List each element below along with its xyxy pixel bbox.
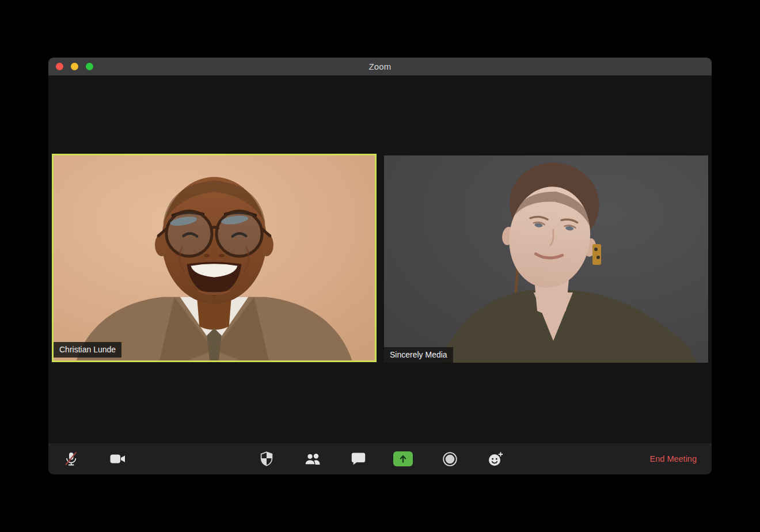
- desktop-background: Zoom: [0, 0, 760, 532]
- participant-name-label: Christian Lunde: [54, 342, 121, 358]
- minimize-button[interactable]: [71, 63, 78, 70]
- mute-button[interactable]: [58, 443, 83, 474]
- microphone-muted-icon: [64, 451, 78, 467]
- smiley-plus-icon: [488, 452, 503, 466]
- share-screen-button[interactable]: [390, 443, 416, 474]
- fullscreen-button[interactable]: [86, 63, 93, 70]
- participants-icon: [305, 453, 321, 465]
- zoom-app-window: Zoom: [48, 58, 712, 474]
- record-circle-icon: [442, 451, 458, 467]
- participants-button[interactable]: [300, 443, 325, 474]
- close-button[interactable]: [56, 63, 63, 70]
- video-tile-christian-lunde[interactable]: Christian Lunde: [52, 154, 377, 362]
- start-video-button[interactable]: [105, 443, 130, 474]
- video-tile-sincerely-media[interactable]: Sincerely Media: [384, 155, 708, 363]
- meeting-toolbar: End Meeting: [48, 443, 712, 474]
- participant-video-christian-lunde: [54, 155, 375, 360]
- window-title: Zoom: [368, 62, 391, 71]
- record-button[interactable]: [437, 443, 462, 474]
- participant-name-label: Sincerely Media: [384, 347, 453, 363]
- security-button[interactable]: [254, 443, 279, 474]
- participant-video-sincerely-media: [384, 155, 708, 363]
- shield-icon: [260, 451, 273, 466]
- chat-button[interactable]: [345, 443, 371, 474]
- titlebar[interactable]: Zoom: [48, 58, 712, 75]
- video-camera-icon: [110, 454, 126, 464]
- share-screen-pill: [393, 451, 413, 466]
- window-controls: [56, 63, 93, 70]
- meeting-area: Christian Lunde: [48, 75, 712, 443]
- end-meeting-button[interactable]: End Meeting: [641, 443, 706, 474]
- chat-bubble-icon: [351, 453, 366, 465]
- reactions-button[interactable]: [482, 443, 508, 474]
- share-screen-up-arrow-icon: [398, 454, 408, 464]
